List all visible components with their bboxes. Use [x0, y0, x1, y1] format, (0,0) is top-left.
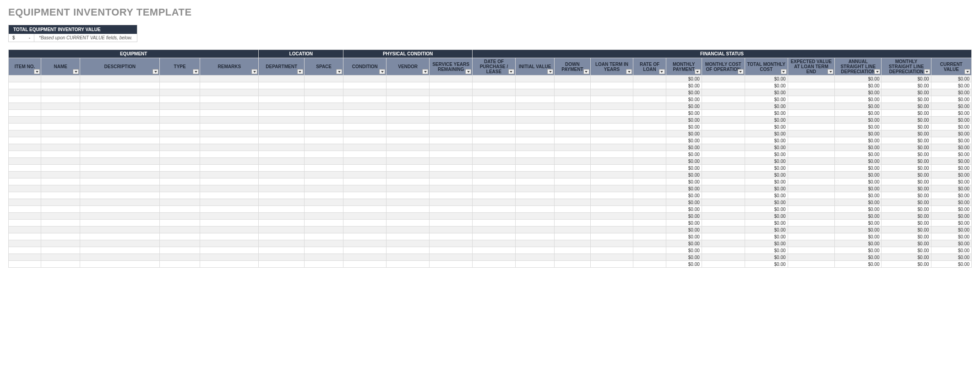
cell[interactable] — [160, 261, 200, 268]
cell[interactable] — [555, 151, 590, 158]
cell[interactable] — [9, 76, 41, 82]
cell[interactable] — [473, 178, 516, 185]
cell[interactable]: $0.00 — [745, 103, 788, 110]
cell[interactable] — [259, 192, 305, 199]
cell[interactable] — [387, 227, 430, 233]
cell[interactable] — [473, 151, 516, 158]
cell[interactable] — [9, 192, 41, 199]
cell[interactable]: $0.00 — [882, 137, 931, 144]
cell[interactable] — [702, 172, 745, 178]
filter-dropdown-icon[interactable] — [379, 69, 385, 74]
cell[interactable] — [788, 213, 834, 220]
cell[interactable] — [387, 96, 430, 103]
cell[interactable] — [200, 103, 259, 110]
filter-dropdown-icon[interactable] — [738, 69, 744, 74]
cell[interactable]: $0.00 — [835, 261, 882, 268]
cell[interactable] — [590, 185, 633, 192]
cell[interactable] — [430, 247, 473, 254]
cell[interactable] — [41, 110, 80, 117]
cell[interactable] — [304, 117, 343, 124]
cell[interactable]: $0.00 — [882, 247, 931, 254]
cell[interactable] — [788, 254, 834, 261]
cell[interactable] — [788, 240, 834, 247]
column-header[interactable]: CURRENT VALUE — [931, 58, 971, 76]
cell[interactable] — [633, 124, 666, 130]
cell[interactable]: $0.00 — [882, 172, 931, 178]
cell[interactable] — [702, 254, 745, 261]
cell[interactable] — [633, 240, 666, 247]
cell[interactable] — [387, 233, 430, 240]
cell[interactable] — [160, 158, 200, 165]
cell[interactable]: $0.00 — [931, 192, 971, 199]
cell[interactable] — [633, 178, 666, 185]
cell[interactable]: $0.00 — [666, 240, 702, 247]
cell[interactable] — [41, 185, 80, 192]
cell[interactable] — [387, 103, 430, 110]
cell[interactable] — [304, 206, 343, 213]
cell[interactable] — [80, 240, 160, 247]
cell[interactable] — [259, 110, 305, 117]
cell[interactable] — [473, 130, 516, 137]
column-header[interactable]: DOWN PAYMENT — [555, 58, 590, 76]
cell[interactable] — [9, 206, 41, 213]
cell[interactable] — [387, 254, 430, 261]
cell[interactable] — [9, 158, 41, 165]
cell[interactable] — [515, 110, 554, 117]
cell[interactable] — [343, 213, 387, 220]
cell[interactable] — [41, 254, 80, 261]
cell[interactable]: $0.00 — [931, 240, 971, 247]
cell[interactable] — [633, 144, 666, 151]
filter-dropdown-icon[interactable] — [193, 69, 199, 74]
cell[interactable] — [515, 178, 554, 185]
cell[interactable] — [555, 206, 590, 213]
cell[interactable] — [160, 89, 200, 96]
cell[interactable] — [633, 172, 666, 178]
cell[interactable] — [515, 76, 554, 82]
cell[interactable] — [304, 213, 343, 220]
cell[interactable] — [387, 130, 430, 137]
cell[interactable]: $0.00 — [666, 82, 702, 89]
cell[interactable] — [160, 137, 200, 144]
cell[interactable] — [590, 178, 633, 185]
cell[interactable] — [259, 247, 305, 254]
cell[interactable]: $0.00 — [666, 158, 702, 165]
cell[interactable] — [41, 220, 80, 227]
cell[interactable] — [430, 220, 473, 227]
cell[interactable] — [515, 227, 554, 233]
cell[interactable] — [590, 144, 633, 151]
cell[interactable]: $0.00 — [931, 178, 971, 185]
cell[interactable] — [160, 96, 200, 103]
cell[interactable] — [788, 247, 834, 254]
column-header[interactable]: MONTHLY COST OF OPERATION — [702, 58, 745, 76]
cell[interactable]: $0.00 — [835, 192, 882, 199]
cell[interactable]: $0.00 — [745, 130, 788, 137]
cell[interactable] — [473, 96, 516, 103]
cell[interactable] — [9, 124, 41, 130]
cell[interactable]: $0.00 — [835, 213, 882, 220]
cell[interactable] — [387, 82, 430, 89]
cell[interactable]: $0.00 — [666, 213, 702, 220]
cell[interactable] — [343, 261, 387, 268]
cell[interactable] — [430, 76, 473, 82]
cell[interactable]: $0.00 — [835, 220, 882, 227]
cell[interactable] — [259, 199, 305, 206]
cell[interactable]: $0.00 — [745, 89, 788, 96]
cell[interactable]: $0.00 — [835, 172, 882, 178]
cell[interactable] — [304, 247, 343, 254]
cell[interactable] — [590, 247, 633, 254]
cell[interactable] — [633, 137, 666, 144]
cell[interactable] — [702, 165, 745, 172]
cell[interactable]: $0.00 — [745, 261, 788, 268]
cell[interactable] — [259, 220, 305, 227]
cell[interactable] — [41, 130, 80, 137]
cell[interactable] — [633, 96, 666, 103]
cell[interactable] — [9, 165, 41, 172]
cell[interactable] — [304, 103, 343, 110]
cell[interactable] — [633, 206, 666, 213]
cell[interactable] — [555, 144, 590, 151]
cell[interactable] — [80, 172, 160, 178]
cell[interactable] — [430, 137, 473, 144]
cell[interactable] — [788, 233, 834, 240]
cell[interactable]: $0.00 — [666, 96, 702, 103]
cell[interactable] — [80, 89, 160, 96]
